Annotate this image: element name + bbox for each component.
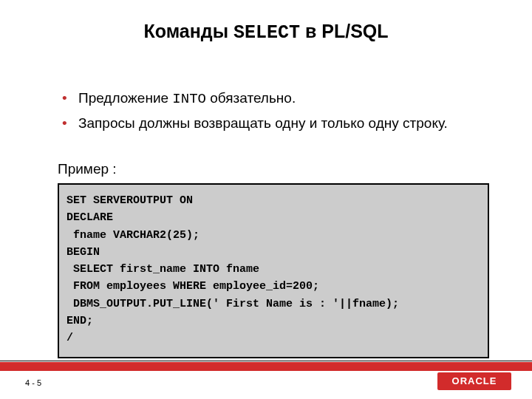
list-item: Запросы должны возвращать одну и только … — [58, 114, 488, 133]
bullet-text-mono: INTO — [172, 91, 206, 107]
slide-title: Команды SELECT в PL/SQL — [0, 0, 532, 44]
title-mono: SELECT — [233, 22, 300, 44]
title-post: в PL/SQL — [300, 21, 389, 41]
oracle-logo: ORACLE — [437, 372, 511, 390]
title-pre: Команды — [143, 21, 233, 41]
bullet-list: Предложение INTO обязательно. Запросы до… — [58, 89, 488, 132]
slide: Команды SELECT в PL/SQL Предложение INTO… — [0, 0, 532, 399]
page-number: 4 - 5 — [25, 378, 41, 387]
code-block: SET SERVEROUTPUT ON DECLARE fname VARCHA… — [58, 183, 489, 358]
bullet-text-post: обязательно. — [206, 90, 296, 106]
bullet-text-pre: Предложение — [78, 90, 172, 106]
list-item: Предложение INTO обязательно. — [58, 89, 488, 109]
bullet-text-pre: Запросы должны возвращать одну и только … — [78, 115, 448, 131]
example-label: Пример : — [58, 161, 117, 177]
content-area: Предложение INTO обязательно. Запросы до… — [58, 89, 488, 137]
divider-bar — [0, 362, 532, 371]
